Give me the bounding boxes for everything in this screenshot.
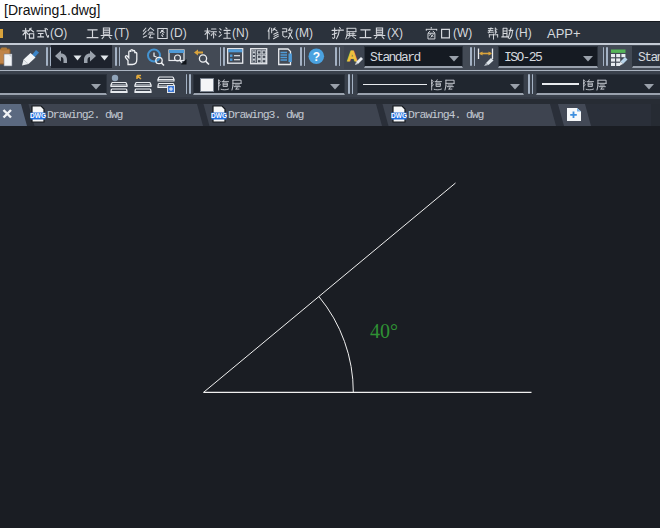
svg-text:DWG: DWG xyxy=(391,112,407,119)
svg-text:40°: 40° xyxy=(370,320,398,342)
svg-text:A: A xyxy=(347,48,357,64)
svg-text:?: ? xyxy=(313,50,320,64)
svg-text:DWG: DWG xyxy=(211,112,227,119)
svg-text:DWG: DWG xyxy=(30,112,46,119)
